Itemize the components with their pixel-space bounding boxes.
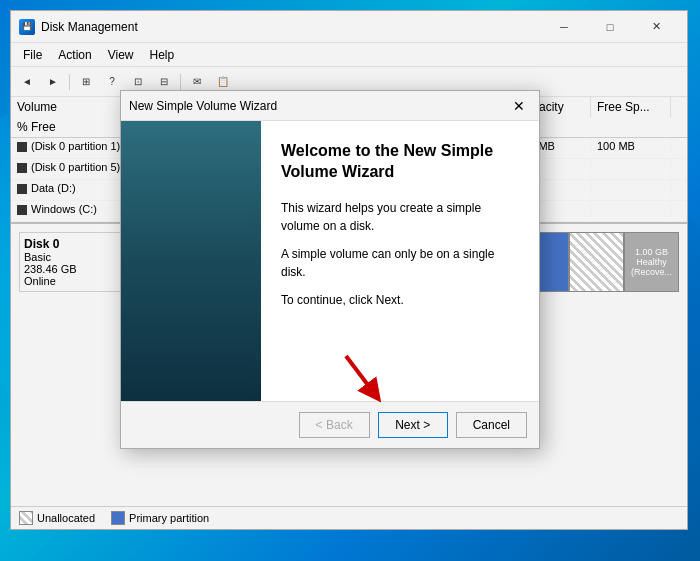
wizard-desc2: A simple volume can only be on a single … <box>281 245 519 281</box>
close-button[interactable]: ✕ <box>633 11 679 43</box>
legend-label-primary: Primary partition <box>129 512 209 524</box>
menu-view[interactable]: View <box>100 46 142 64</box>
maximize-button[interactable]: □ <box>587 11 633 43</box>
wizard-content: Welcome to the New Simple Volume Wizard … <box>261 121 539 401</box>
wizard-desc3: To continue, click Next. <box>281 291 519 309</box>
toolbar-btn1[interactable]: ⊞ <box>74 71 98 93</box>
back-button[interactable]: < Back <box>299 412 370 438</box>
wizard-body: Welcome to the New Simple Volume Wizard … <box>121 121 539 401</box>
menu-help[interactable]: Help <box>142 46 183 64</box>
title-bar: 💾 Disk Management ─ □ ✕ <box>11 11 687 43</box>
wizard-title-text: New Simple Volume Wizard <box>129 99 507 113</box>
menu-action[interactable]: Action <box>50 46 99 64</box>
legend: Unallocated Primary partition <box>11 506 687 529</box>
toolbar-back[interactable]: ◄ <box>15 71 39 93</box>
cell-empty5 <box>591 159 671 175</box>
svg-line-1 <box>346 356 374 393</box>
wizard-footer: < Back Next > Cancel <box>121 401 539 448</box>
wizard-sidebar <box>121 121 261 401</box>
next-button[interactable]: Next > <box>378 412 448 438</box>
toolbar-forward[interactable]: ► <box>41 71 65 93</box>
cell-free-2 <box>591 180 671 196</box>
legend-label-unallocated: Unallocated <box>37 512 95 524</box>
red-arrow-icon <box>336 351 391 406</box>
menu-file[interactable]: File <box>15 46 50 64</box>
disk-type: Basic <box>24 251 51 263</box>
wizard-heading: Welcome to the New Simple Volume Wizard <box>281 141 519 183</box>
partition-recovery[interactable]: 1.00 GBHealthy(Recove... <box>624 232 679 292</box>
wizard-title-bar: New Simple Volume Wizard ✕ <box>121 91 539 121</box>
minimize-button[interactable]: ─ <box>541 11 587 43</box>
partition-unallocated[interactable] <box>569 232 624 292</box>
menu-bar: File Action View Help <box>11 43 687 67</box>
wizard-close-button[interactable]: ✕ <box>507 94 531 118</box>
app-icon: 💾 <box>19 19 35 35</box>
cell-free-0: 100 MB <box>591 138 671 154</box>
wizard-dialog: New Simple Volume Wizard ✕ Welcome to th… <box>120 90 540 449</box>
legend-unallocated: Unallocated <box>19 511 95 525</box>
wizard-desc1: This wizard helps you create a simple vo… <box>281 199 519 235</box>
cancel-button[interactable]: Cancel <box>456 412 527 438</box>
window-controls: ─ □ ✕ <box>541 11 679 43</box>
legend-color-primary <box>111 511 125 525</box>
cell-free-3 <box>591 201 671 217</box>
disk-size: 238.46 GB <box>24 263 77 275</box>
legend-color-unallocated <box>19 511 33 525</box>
disk-label: Disk 0 Basic 238.46 GB Online <box>19 232 129 292</box>
legend-primary: Primary partition <box>111 511 209 525</box>
disk-name: Disk 0 <box>24 237 124 251</box>
col-free: Free Sp... <box>591 97 671 117</box>
disk-status: Online <box>24 275 56 287</box>
window-title: Disk Management <box>41 20 541 34</box>
